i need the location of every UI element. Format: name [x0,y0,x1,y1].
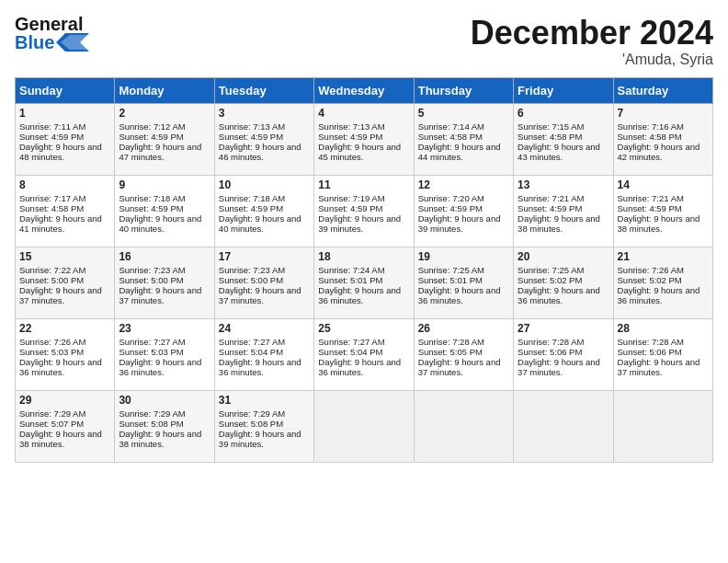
sunset-label: Sunset: 4:58 PM [618,132,682,142]
day-number: 6 [518,107,609,120]
sunset-label: Sunset: 4:59 PM [219,132,283,142]
day-number: 14 [618,178,709,191]
day-number: 24 [219,322,310,335]
month-title: December 2024 [471,15,713,52]
sunrise-label: Sunrise: 7:16 AM [618,121,684,132]
sunset-label: Sunset: 5:07 PM [19,419,84,429]
daylight-label: Daylight: 9 hours and 37 minutes. [119,285,201,305]
day-number: 31 [219,394,310,407]
sunrise-label: Sunrise: 7:27 AM [119,337,185,347]
sunset-label: Sunset: 5:06 PM [518,347,582,357]
day-number: 4 [318,107,409,120]
calendar-table: Sunday Monday Tuesday Wednesday Thursday… [15,77,713,463]
calendar-cell: 26 Sunrise: 7:28 AM Sunset: 5:05 PM Dayl… [414,318,513,390]
daylight-label: Daylight: 9 hours and 39 minutes. [418,213,501,234]
sunrise-label: Sunrise: 7:29 AM [19,408,85,419]
calendar-cell: 18 Sunrise: 7:24 AM Sunset: 5:01 PM Dayl… [314,247,414,318]
daylight-label: Daylight: 9 hours and 36 minutes. [318,285,401,305]
sunrise-label: Sunrise: 7:29 AM [219,408,285,419]
daylight-label: Daylight: 9 hours and 36 minutes. [19,357,102,377]
daylight-label: Daylight: 9 hours and 39 minutes. [219,429,301,449]
sunrise-label: Sunrise: 7:13 AM [318,121,384,132]
sunset-label: Sunset: 4:58 PM [418,132,483,142]
col-monday: Monday [115,77,214,103]
sunset-label: Sunset: 5:03 PM [119,347,183,357]
sunrise-label: Sunrise: 7:28 AM [518,337,584,347]
calendar-cell: 16 Sunrise: 7:23 AM Sunset: 5:00 PM Dayl… [115,247,214,318]
calendar-cell: 6 Sunrise: 7:15 AM Sunset: 4:58 PM Dayli… [514,103,613,175]
sunset-label: Sunset: 5:08 PM [119,419,183,429]
daylight-label: Daylight: 9 hours and 36 minutes. [518,285,600,305]
calendar-cell: 1 Sunrise: 7:11 AM Sunset: 4:59 PM Dayli… [16,103,115,175]
logo-general: General [15,15,83,33]
daylight-label: Daylight: 9 hours and 42 minutes. [618,142,700,162]
calendar-cell: 31 Sunrise: 7:29 AM Sunset: 5:08 PM Dayl… [214,390,313,462]
calendar-cell: 10 Sunrise: 7:18 AM Sunset: 4:59 PM Dayl… [214,175,313,247]
sunset-label: Sunset: 5:01 PM [318,275,382,285]
day-number: 10 [219,178,310,191]
sunrise-label: Sunrise: 7:24 AM [318,265,384,275]
sunrise-label: Sunrise: 7:21 AM [518,193,584,203]
sunset-label: Sunset: 5:04 PM [219,347,283,357]
daylight-label: Daylight: 9 hours and 37 minutes. [518,357,600,377]
col-wednesday: Wednesday [314,77,414,103]
daylight-label: Daylight: 9 hours and 36 minutes. [119,357,201,377]
day-number: 20 [518,250,609,263]
day-number: 13 [518,178,609,191]
sunset-label: Sunset: 5:05 PM [418,347,483,357]
day-number: 1 [19,107,110,120]
day-number: 23 [119,322,210,335]
calendar-row: 8 Sunrise: 7:17 AM Sunset: 4:58 PM Dayli… [16,175,713,247]
col-thursday: Thursday [414,77,513,103]
daylight-label: Daylight: 9 hours and 48 minutes. [19,142,102,162]
sunrise-label: Sunrise: 7:26 AM [19,337,85,347]
sunset-label: Sunset: 5:02 PM [518,275,582,285]
daylight-label: Daylight: 9 hours and 37 minutes. [418,357,501,377]
title-block: December 2024 'Amuda, Syria [471,15,713,68]
sunrise-label: Sunrise: 7:27 AM [318,337,384,347]
daylight-label: Daylight: 9 hours and 36 minutes. [618,285,700,305]
calendar-cell: 5 Sunrise: 7:14 AM Sunset: 4:58 PM Dayli… [414,103,513,175]
col-sunday: Sunday [16,77,115,103]
daylight-label: Daylight: 9 hours and 38 minutes. [618,213,700,234]
day-number: 30 [119,394,210,407]
sunset-label: Sunset: 4:59 PM [119,203,183,213]
day-number: 8 [19,178,110,191]
calendar-cell: 22 Sunrise: 7:26 AM Sunset: 5:03 PM Dayl… [16,318,115,390]
calendar-row: 15 Sunrise: 7:22 AM Sunset: 5:00 PM Dayl… [16,247,713,318]
sunrise-label: Sunrise: 7:15 AM [518,121,584,132]
sunset-label: Sunset: 5:03 PM [19,347,84,357]
sunrise-label: Sunrise: 7:13 AM [219,121,285,132]
day-number: 16 [119,250,210,263]
sunset-label: Sunset: 5:00 PM [119,275,183,285]
sunrise-label: Sunrise: 7:22 AM [19,265,85,275]
sunset-label: Sunset: 5:04 PM [318,347,382,357]
calendar-row: 1 Sunrise: 7:11 AM Sunset: 4:59 PM Dayli… [16,103,713,175]
day-number: 27 [518,322,609,335]
daylight-label: Daylight: 9 hours and 36 minutes. [418,285,501,305]
daylight-label: Daylight: 9 hours and 47 minutes. [119,142,201,162]
sunrise-label: Sunrise: 7:11 AM [19,121,85,132]
sunset-label: Sunset: 4:59 PM [119,132,183,142]
calendar-cell: 13 Sunrise: 7:21 AM Sunset: 4:59 PM Dayl… [514,175,613,247]
daylight-label: Daylight: 9 hours and 39 minutes. [318,213,401,234]
day-number: 22 [19,322,110,335]
sunset-label: Sunset: 4:59 PM [618,203,682,213]
day-number: 28 [618,322,709,335]
day-number: 15 [19,250,110,263]
day-number: 7 [618,107,709,120]
sunrise-label: Sunrise: 7:28 AM [418,337,484,347]
calendar-cell: 14 Sunrise: 7:21 AM Sunset: 4:59 PM Dayl… [613,175,712,247]
day-number: 19 [418,250,509,263]
calendar-cell: 17 Sunrise: 7:23 AM Sunset: 5:00 PM Dayl… [214,247,313,318]
col-tuesday: Tuesday [214,77,313,103]
daylight-label: Daylight: 9 hours and 40 minutes. [219,213,301,234]
calendar-cell [314,390,414,462]
calendar-cell [414,390,513,462]
calendar-cell: 27 Sunrise: 7:28 AM Sunset: 5:06 PM Dayl… [514,318,613,390]
sunrise-label: Sunrise: 7:25 AM [418,265,484,275]
daylight-label: Daylight: 9 hours and 45 minutes. [318,142,401,162]
calendar-cell: 30 Sunrise: 7:29 AM Sunset: 5:08 PM Dayl… [115,390,214,462]
daylight-label: Daylight: 9 hours and 44 minutes. [418,142,501,162]
sunset-label: Sunset: 4:59 PM [219,203,283,213]
